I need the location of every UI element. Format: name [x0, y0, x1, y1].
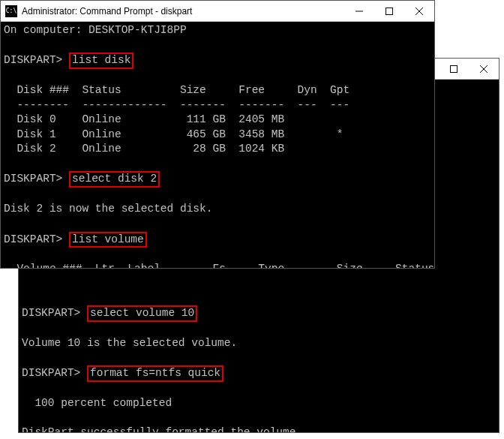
selected-disk-msg: Disk 2 is now the selected disk.	[4, 203, 212, 215]
diskpart-prompt: DISKPART>	[4, 54, 62, 66]
close-button[interactable]	[469, 59, 499, 80]
titlebar-front: C:\ Administrator: Command Prompt - disk…	[1, 1, 434, 22]
diskpart-prompt: DISKPART>	[4, 233, 62, 245]
format-success-msg: DiskPart successfully formatted the volu…	[22, 426, 302, 432]
cmd-select-volume: select volume 10	[87, 305, 197, 321]
minimize-button[interactable]	[344, 1, 374, 22]
progress-msg: 100 percent completed	[22, 397, 172, 409]
volume-table-header: Volume ### Ltr Label Fs Type Size Status…	[4, 263, 434, 268]
cmd-format: format fs=ntfs quick	[87, 365, 224, 381]
cmd-list-volume: list volume	[69, 232, 147, 248]
cmd-app-icon: C:\	[5, 5, 17, 17]
close-icon	[480, 65, 488, 73]
close-button[interactable]	[404, 1, 434, 22]
close-icon	[416, 8, 423, 15]
disk-row: Disk 2 Online 28 GB 1024 KB	[4, 143, 284, 155]
diskpart-prompt: DISKPART>	[4, 173, 62, 185]
disk-row: Disk 1 Online 465 GB 3458 MB *	[4, 128, 343, 140]
svg-rect-1	[451, 65, 458, 72]
maximize-button[interactable]	[374, 1, 404, 22]
window-title-front: Administrator: Command Prompt - diskpart	[22, 6, 344, 17]
minimize-icon	[356, 8, 363, 15]
cmd-select-disk: select disk 2	[69, 171, 160, 187]
maximize-button[interactable]	[439, 59, 469, 80]
disk-table-header: Disk ### Status Size Free Dyn Gpt	[4, 84, 350, 96]
computer-line: On computer: DESKTOP-KTJI8PP	[4, 24, 187, 36]
cmd-list-disk: list disk	[69, 53, 134, 68]
diskpart-prompt: DISKPART>	[22, 307, 80, 319]
cmd-window-front: C:\ Administrator: Command Prompt - disk…	[0, 0, 435, 269]
selected-volume-msg: Volume 10 is the selected volume.	[22, 337, 237, 349]
diskpart-prompt: DISKPART>	[22, 367, 80, 379]
maximize-icon	[450, 65, 458, 73]
window-controls-front	[344, 1, 434, 22]
maximize-icon	[386, 8, 393, 15]
terminal-front[interactable]: On computer: DESKTOP-KTJI8PP DISKPART> l…	[1, 22, 434, 268]
svg-rect-5	[386, 8, 393, 14]
disk-row: Disk 0 Online 111 GB 2405 MB	[4, 113, 284, 125]
disk-table-divider: -------- ------------- ------- ------- -…	[4, 99, 350, 111]
